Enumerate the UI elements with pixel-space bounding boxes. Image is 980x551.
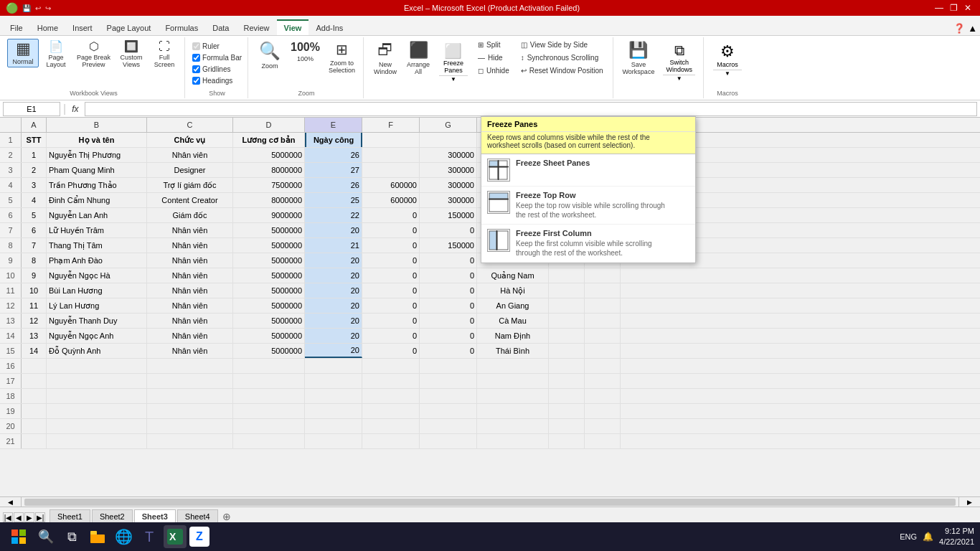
cell-A5[interactable]: 4 [22, 193, 47, 207]
row-number-9[interactable]: 9 [0, 253, 22, 268]
col-header-G[interactable]: G [420, 118, 477, 132]
search-taskbar-icon[interactable]: 🔍 [34, 525, 57, 548]
row-number-12[interactable]: 12 [0, 298, 22, 313]
cell-E9[interactable]: 20 [305, 253, 362, 268]
cell-G17[interactable] [420, 374, 477, 388]
cell-E21[interactable] [305, 434, 362, 448]
cell-D2[interactable]: 5000000 [233, 148, 305, 162]
zoom-100-button[interactable]: 100% 100% [287, 39, 324, 65]
cell-C6[interactable]: Giám đốc [147, 208, 233, 222]
row-number-20[interactable]: 20 [0, 419, 22, 433]
notification-icon[interactable]: 🔔 [923, 532, 933, 542]
cell-J10[interactable] [585, 268, 621, 283]
cell-E2[interactable]: 26 [305, 148, 362, 162]
quick-access-undo[interactable]: ↩ [35, 4, 41, 12]
cell-J12[interactable] [585, 298, 621, 313]
cell-F7[interactable]: 0 [362, 223, 420, 237]
cell-reference-input[interactable] [3, 102, 60, 116]
cell-A3[interactable]: 2 [22, 163, 47, 177]
row-number-13[interactable]: 13 [0, 314, 22, 328]
cell-C15[interactable]: Nhân viên [147, 344, 233, 358]
cell-J19[interactable] [585, 404, 621, 418]
cell-E15[interactable]: 20 [305, 344, 362, 358]
sync-scroll-button[interactable]: ↕ Synchronous Scrolling [516, 52, 608, 64]
col-header-A[interactable]: A [22, 118, 47, 132]
cell-B21[interactable] [47, 434, 147, 448]
cell-E8[interactable]: 21 [305, 238, 362, 253]
cell-I21[interactable] [549, 434, 585, 448]
col-header-C[interactable]: C [147, 118, 233, 132]
row-number-3[interactable]: 3 [0, 163, 22, 177]
cell-C7[interactable]: Nhân viên [147, 223, 233, 237]
cell-A13[interactable]: 12 [22, 314, 47, 328]
tab-data[interactable]: Data [205, 21, 236, 35]
cell-E4[interactable]: 26 [305, 178, 362, 192]
cell-F2[interactable] [362, 148, 420, 162]
cell-A7[interactable]: 6 [22, 223, 47, 237]
cell-A20[interactable] [22, 419, 47, 433]
tab-add-ins[interactable]: Add-Ins [308, 21, 350, 35]
cell-A10[interactable]: 9 [22, 268, 47, 283]
cell-H18[interactable] [477, 389, 549, 403]
save-workspace-button[interactable]: 💾 SaveWorkspace [619, 39, 659, 77]
start-button[interactable] [6, 524, 32, 550]
cell-H10[interactable]: Quảng Nam [477, 268, 549, 283]
cell-B5[interactable]: Đinh Cẩm Nhung [47, 193, 147, 207]
cell-H11[interactable]: Hà Nội [477, 283, 549, 298]
cell-A18[interactable] [22, 389, 47, 403]
cell-E16[interactable] [305, 359, 362, 373]
cell-G16[interactable] [420, 359, 477, 373]
cell-G12[interactable]: 0 [420, 298, 477, 313]
cell-E12[interactable]: 20 [305, 298, 362, 313]
sheet-prev-btn[interactable]: ◀ [14, 512, 24, 522]
page-layout-button[interactable]: 📄 PageLayout [40, 39, 72, 70]
cell-D12[interactable]: 5000000 [233, 298, 305, 313]
freeze-panes-dropdown-arrow[interactable]: ▼ [439, 75, 468, 83]
cell-F14[interactable]: 0 [362, 329, 420, 343]
cell-H14[interactable]: Nam Định [477, 329, 549, 343]
cell-F19[interactable] [362, 404, 420, 418]
cell-I20[interactable] [549, 419, 585, 433]
cell-C17[interactable] [147, 374, 233, 388]
zoom-button[interactable]: 🔍 Zoom [254, 39, 286, 72]
cell-I19[interactable] [549, 404, 585, 418]
cell-F15[interactable]: 0 [362, 344, 420, 358]
row-number-16[interactable]: 16 [0, 359, 22, 373]
cell-F10[interactable]: 0 [362, 268, 420, 283]
freeze-first-col-item[interactable]: Freeze First Column Keep the first colum… [481, 225, 695, 263]
cell-C3[interactable]: Designer [147, 163, 233, 177]
cell-A9[interactable]: 8 [22, 253, 47, 268]
cell-A21[interactable] [22, 434, 47, 448]
cell-A1[interactable]: STT [22, 133, 47, 147]
cell-J17[interactable] [585, 374, 621, 388]
cell-D5[interactable]: 8000000 [233, 193, 305, 207]
sheet-tab-2[interactable]: Sheet2 [92, 509, 133, 522]
ribbon-collapse-icon[interactable]: ▲ [968, 23, 977, 34]
cell-D3[interactable]: 8000000 [233, 163, 305, 177]
macros-arrow[interactable]: ▼ [713, 70, 742, 77]
macros-button[interactable]: ⚙ Macros ▼ [710, 39, 745, 79]
cell-I16[interactable] [549, 359, 585, 373]
cell-I12[interactable] [549, 298, 585, 313]
cell-G2[interactable]: 300000 [420, 148, 477, 162]
zalo-icon[interactable]: Z [189, 527, 209, 547]
cell-D18[interactable] [233, 389, 305, 403]
cell-E13[interactable]: 20 [305, 314, 362, 328]
cell-A17[interactable] [22, 374, 47, 388]
quick-access-redo[interactable]: ↪ [45, 4, 51, 12]
cell-B10[interactable]: Nguyễn Ngọc Hà [47, 268, 147, 283]
tab-file[interactable]: File [3, 21, 30, 35]
cell-J15[interactable] [585, 344, 621, 358]
cell-D9[interactable]: 5000000 [233, 253, 305, 268]
cell-D16[interactable] [233, 359, 305, 373]
restore-button[interactable]: ❐ [947, 2, 960, 14]
split-button[interactable]: ⊞ Split [473, 39, 514, 51]
cell-C20[interactable] [147, 419, 233, 433]
cell-B7[interactable]: Lữ Huyền Trâm [47, 223, 147, 237]
scroll-left-btn[interactable]: ◀ [8, 499, 13, 506]
cell-I15[interactable] [549, 344, 585, 358]
freeze-sheet-panes-item[interactable]: Freeze Sheet Panes [481, 154, 695, 187]
cell-B4[interactable]: Trần Phương Thảo [47, 178, 147, 192]
row-number-14[interactable]: 14 [0, 329, 22, 343]
cell-B17[interactable] [47, 374, 147, 388]
